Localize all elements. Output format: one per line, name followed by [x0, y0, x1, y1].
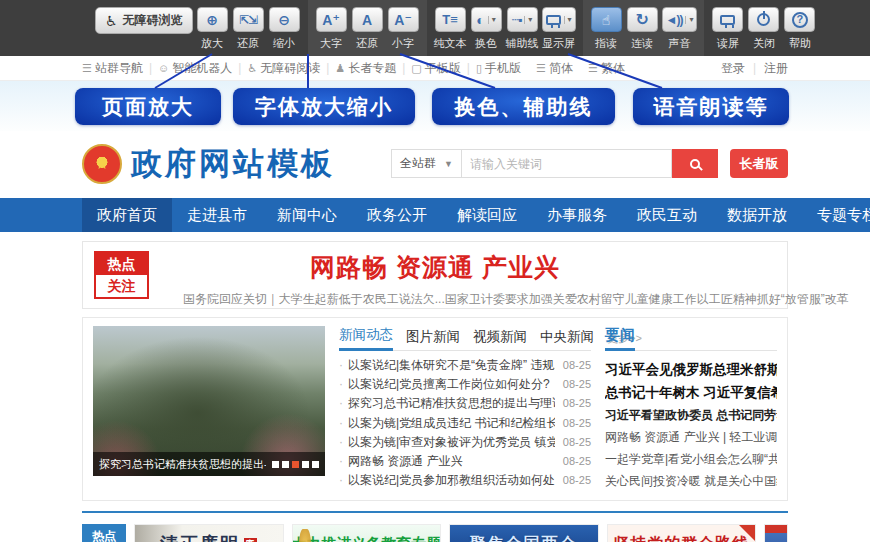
carousel-dot[interactable]: [272, 461, 279, 468]
nav-item-interpretation[interactable]: 解读回应: [442, 198, 532, 232]
news-link[interactable]: 网路畅 资源通 产业兴: [348, 452, 555, 471]
screen-reader-button[interactable]: [712, 7, 743, 32]
palette-icon: ◐: [476, 13, 484, 27]
speaker-icon: ◄)): [666, 14, 683, 26]
carousel-dot[interactable]: [302, 461, 309, 468]
utility-accessible-reading[interactable]: ♿无障碍阅读: [247, 60, 320, 77]
important-news-link[interactable]: 网路畅 资源通 产业兴 | 轻工业调整和振兴规划: [605, 426, 777, 448]
chevron-down-icon[interactable]: ▾: [488, 16, 496, 24]
news-list-item: ·以案说纪|党员参加邪教组织活动如何处分?08-25: [339, 471, 591, 490]
close-toolbar-label: 关闭: [753, 36, 775, 51]
news-link[interactable]: 以案说纪|党员参加邪教组织活动如何处分?: [348, 471, 555, 490]
chevron-down-icon[interactable]: ▾: [564, 16, 572, 24]
news-link[interactable]: 以案说纪|党员擅离工作岗位如何处分?: [348, 375, 555, 394]
topic-banner-partial[interactable]: [764, 524, 788, 542]
hot-sub-link[interactable]: 国家卫计委要求加强关爱农村留守儿童健康工作: [445, 291, 697, 308]
site-logo[interactable]: ★ 政府网站模板: [82, 143, 335, 185]
font-increase-icon: A⁺: [322, 13, 340, 27]
chevron-down-icon[interactable]: ▾: [685, 16, 693, 24]
carousel-dot[interactable]: [312, 461, 319, 468]
close-toolbar-button[interactable]: [748, 7, 779, 32]
point-read-icon: ☝: [602, 13, 611, 27]
help-button[interactable]: ?: [784, 7, 815, 32]
utility-site-group-nav[interactable]: ☰站群导航: [82, 60, 143, 77]
nav-item-gov-disclosure[interactable]: 政务公开: [352, 198, 442, 232]
search-scope-select[interactable]: 全站群 ▼: [391, 149, 462, 178]
accessibility-browse-button[interactable]: ♿ 无障碍浏览: [95, 7, 193, 34]
plain-text-button[interactable]: T≡: [435, 7, 466, 32]
nav-item-about-county[interactable]: 走进县市: [172, 198, 262, 232]
nav-item-home[interactable]: 政府首页: [82, 198, 172, 232]
font-increase-label: 大字: [320, 36, 342, 51]
color-scheme-label: 换色: [475, 36, 497, 51]
carousel-caption[interactable]: 探究习总书记精准扶贫思想的提出与理论基础: [99, 457, 266, 472]
topic-banner-mass-line[interactable]: 坚持党的群众路线: [607, 524, 757, 542]
search-input[interactable]: [462, 149, 672, 178]
utility-elder-topic[interactable]: ♟长者专题: [335, 60, 396, 77]
topic-banner-education[interactable]: 大力推进义务教育专题: [292, 524, 442, 542]
carousel-dot-active[interactable]: [292, 461, 299, 468]
important-news-link[interactable]: 一起学党章|看党小组会怎么聊“共产主义渺茫论: [605, 448, 777, 470]
hot-sub-link[interactable]: 以工匠精神抓好“放管服”改革: [697, 291, 849, 308]
font-reset-button[interactable]: A: [352, 7, 383, 32]
nav-item-open-data[interactable]: 数据开放: [712, 198, 802, 232]
elder-version-button[interactable]: 长者版: [730, 149, 788, 178]
site-title: 政府网站模板: [131, 143, 335, 185]
tab-photo-news[interactable]: 图片新闻: [406, 328, 460, 350]
display-screen-button[interactable]: ▾: [542, 7, 576, 32]
register-link[interactable]: 注册: [764, 60, 788, 77]
zoom-reset-icon: ⇱⇲: [239, 14, 257, 26]
font-increase-button[interactable]: A⁺: [316, 7, 347, 32]
hot-headline-link[interactable]: 网路畅 资源通 产业兴: [83, 242, 787, 284]
point-read-button[interactable]: ☝: [591, 7, 622, 32]
utility-traditional-chinese[interactable]: ☰繁体: [588, 60, 625, 77]
nav-item-news-center[interactable]: 新闻中心: [262, 198, 352, 232]
tab-video-news[interactable]: 视频新闻: [473, 328, 527, 350]
news-link[interactable]: 以案为镜|党组成员违纪 书记和纪检组长被问责: [348, 414, 555, 433]
list-icon: ☰: [536, 62, 546, 75]
sound-button[interactable]: ◄))▾: [662, 7, 698, 32]
topic-banner-two-sessions[interactable]: 聚焦全国两会: [449, 524, 599, 542]
carousel-caption-bar: 探究习总书记精准扶贫思想的提出与理论基础: [93, 452, 325, 476]
zoom-in-button[interactable]: ⊕: [197, 7, 228, 32]
utility-tablet-version[interactable]: ▢平板版: [411, 60, 460, 77]
zoom-reset-label: 还原: [237, 36, 259, 51]
news-link[interactable]: 探究习总书记精准扶贫思想的提出与理论基础: [348, 394, 555, 413]
zoom-out-icon: ⊖: [278, 13, 290, 27]
utility-simplified-chinese[interactable]: ☰简体: [536, 60, 573, 77]
tab-central-news[interactable]: 中央新闻: [540, 328, 594, 350]
color-scheme-button[interactable]: ◐▾: [471, 7, 502, 32]
nav-item-interaction[interactable]: 政民互动: [622, 198, 712, 232]
news-link[interactable]: 以案为镜|审查对象被评为优秀党员 镇党委6人被问责: [348, 433, 555, 452]
nav-item-special-topics[interactable]: 专题专栏: [802, 198, 870, 232]
font-reset-label: 还原: [356, 36, 378, 51]
carousel-dot[interactable]: [282, 461, 289, 468]
wheelchair-icon: ♿: [105, 13, 118, 29]
login-link[interactable]: 登录: [721, 60, 745, 77]
continuous-read-button[interactable]: ↻: [627, 7, 658, 32]
font-decrease-button[interactable]: A⁻: [388, 7, 419, 32]
important-news-link[interactable]: 关心民间投资冷暖 就是关心中国经济冷暖: [605, 470, 777, 492]
reading-guide-button[interactable]: ┄▪▾: [507, 7, 538, 32]
important-news-link[interactable]: 习近平看望政协委员 总书记同劳动人民在一起: [605, 404, 777, 426]
nav-item-services[interactable]: 办事服务: [532, 198, 622, 232]
news-list-item: ·以案为镜|党组成员违纪 书记和纪检组长被问责08-25: [339, 414, 591, 433]
news-link[interactable]: 以案说纪|集体研究不是“免责金牌” 违规发放津补贴被...: [348, 356, 555, 375]
utility-mobile-version[interactable]: ▯手机版: [476, 60, 521, 77]
topic-banner-integrity[interactable]: 清正廉明廉: [134, 524, 284, 542]
tab-news-updates[interactable]: 新闻动态: [339, 326, 393, 351]
zoom-reset-button[interactable]: ⇱⇲: [233, 7, 264, 32]
hot-sub-link[interactable]: 国务院回应关切｜大学生起薪低于农民工说法欠...: [183, 291, 445, 308]
news-carousel-image[interactable]: 探究习总书记精准扶贫思想的提出与理论基础: [93, 326, 325, 476]
search-button[interactable]: [672, 149, 718, 178]
zoom-out-button[interactable]: ⊖: [269, 7, 300, 32]
utility-smart-robot[interactable]: ☺智能机器人: [158, 60, 232, 77]
news-list-item: ·以案说纪|党员擅离工作岗位如何处分?08-25: [339, 375, 591, 394]
sound-label: 声音: [669, 36, 691, 51]
site-search: 全站群 ▼ 长者版: [391, 149, 788, 178]
menu-icon: ☰: [82, 62, 92, 75]
important-news-link[interactable]: 习近平会见俄罗斯总理米舒斯京: [605, 358, 777, 381]
seal-icon: 廉: [244, 538, 257, 542]
chevron-down-icon[interactable]: ▾: [524, 16, 532, 24]
important-news-link[interactable]: 总书记十年树木 习近平复信希腊学者: [605, 381, 777, 404]
